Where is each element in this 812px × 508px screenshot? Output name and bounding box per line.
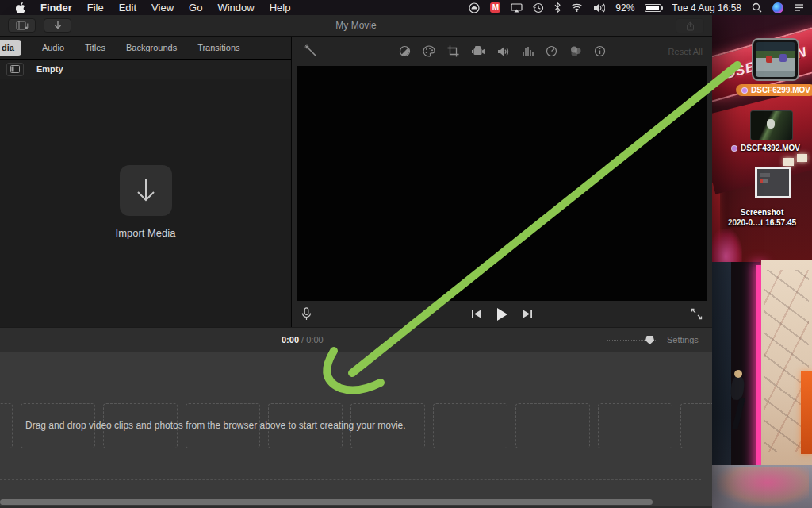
- file-label-dscf6299[interactable]: DSCF6299.MOV: [736, 84, 812, 96]
- info-icon[interactable]: [594, 45, 606, 57]
- color-balance-icon[interactable]: [399, 45, 411, 57]
- menu-edit[interactable]: Edit: [119, 2, 136, 13]
- import-media-label: Import Media: [116, 227, 176, 239]
- menu-go[interactable]: Go: [189, 2, 202, 13]
- wallpaper-doorway-left: [712, 262, 733, 480]
- skip-forward-button[interactable]: [522, 309, 533, 319]
- media-library-icon: [16, 21, 29, 30]
- thumbnail-figure: [779, 54, 787, 62]
- menu-file[interactable]: File: [87, 2, 104, 13]
- sidebar-icon: [10, 65, 20, 73]
- apple-logo-icon: [16, 2, 25, 13]
- thumbnail-detail: [760, 173, 770, 177]
- menu-window[interactable]: Window: [217, 2, 254, 13]
- menubar-clock[interactable]: Tue 4 Aug 16:58: [672, 2, 741, 13]
- color-palette-icon[interactable]: [423, 45, 435, 57]
- tab-my-media-selected[interactable]: dia: [0, 40, 21, 56]
- video-thumbnail[interactable]: [752, 38, 799, 81]
- wallpaper-light: [783, 158, 794, 166]
- file-name-line2: 2020-0…t 16.57.45: [712, 217, 812, 228]
- audio-track-divider: [0, 495, 701, 495]
- siri-icon[interactable]: [772, 2, 783, 13]
- battery-fill: [646, 6, 659, 10]
- noise-eq-bars-icon[interactable]: [522, 46, 534, 57]
- battery-icon[interactable]: [645, 4, 661, 12]
- settings-button[interactable]: Settings: [667, 335, 699, 344]
- window-title: My Movie: [0, 20, 712, 31]
- file-name-line1: Screenshot: [712, 207, 812, 217]
- menu-finder[interactable]: Finder: [40, 2, 72, 13]
- mail-app-icon[interactable]: M: [490, 2, 500, 13]
- tab-transitions[interactable]: Transitions: [197, 43, 239, 52]
- file-name: DSCF6299.MOV: [751, 86, 810, 94]
- volume-menu-icon[interactable]: [593, 3, 605, 13]
- file-name: DSCF4392.MOV: [741, 144, 800, 152]
- time-divider: /: [301, 335, 304, 344]
- volume-icon[interactable]: [497, 46, 510, 57]
- file-label-screenshot[interactable]: Screenshot 2020-0…t 16.57.45: [712, 207, 812, 228]
- viewer-toolbar: Reset All: [292, 37, 712, 66]
- video-thumbnail[interactable]: [750, 110, 793, 140]
- notification-center-icon[interactable]: [794, 3, 804, 12]
- file-label-dscf4392[interactable]: DSCF4392.MOV: [731, 144, 800, 152]
- media-browser-panel: dia Audio Titles Backgrounds Transitions…: [0, 37, 292, 327]
- window-toolbar: My Movie: [0, 15, 712, 37]
- fullscreen-button[interactable]: [691, 308, 703, 320]
- clip-placeholder: [680, 403, 712, 448]
- speed-icon[interactable]: [546, 45, 557, 57]
- import-toolbar-button[interactable]: [44, 18, 71, 33]
- thumbnail-figure: [766, 56, 772, 63]
- bluetooth-icon[interactable]: [554, 2, 561, 13]
- import-media-button[interactable]: [120, 165, 172, 216]
- timeline-header: 0:00 / 0:00 Settings: [0, 327, 712, 352]
- browser-tab-bar: dia Audio Titles Backgrounds Transitions: [0, 37, 291, 60]
- color-filters-icon[interactable]: [569, 45, 582, 57]
- tab-backgrounds[interactable]: Backgrounds: [126, 43, 177, 52]
- wifi-icon[interactable]: [571, 3, 583, 12]
- download-arrow-icon: [53, 21, 63, 30]
- thumbnail-detail: [760, 179, 763, 183]
- desktop-file-dscf4392[interactable]: [750, 110, 793, 140]
- horizontal-scrollbar[interactable]: [0, 499, 653, 505]
- desktop-file-screenshot[interactable]: [755, 167, 791, 198]
- sidebar-toggle-button[interactable]: [6, 63, 24, 76]
- import-arrow-icon: [134, 177, 158, 204]
- tab-audio[interactable]: Audio: [42, 43, 64, 52]
- clip-placeholder: [598, 403, 672, 448]
- thumbnail-figure: [767, 119, 775, 129]
- apple-menu[interactable]: [16, 2, 25, 13]
- timeline-area[interactable]: Drag and drop video clips and photos fro…: [0, 352, 712, 508]
- tab-titles[interactable]: Titles: [85, 43, 105, 52]
- timeline-zoom-slider[interactable]: [607, 334, 656, 345]
- dome-app-icon[interactable]: [469, 2, 480, 13]
- imovie-window: My Movie dia Audio Titles Backgrounds Tr…: [0, 15, 712, 508]
- main-content: dia Audio Titles Backgrounds Transitions…: [0, 37, 712, 327]
- play-button[interactable]: [495, 307, 509, 321]
- time-machine-icon[interactable]: [533, 2, 544, 13]
- battery-nub: [661, 6, 663, 10]
- clip-placeholder: [0, 403, 13, 448]
- browser-empty-area: Import Media: [0, 79, 291, 327]
- battery-percent: 92%: [615, 2, 634, 13]
- menu-bar: Finder File Edit View Go Window Help M: [0, 0, 812, 15]
- wallpaper-floor-reflection: [717, 467, 809, 506]
- stabilization-camera-icon[interactable]: [471, 45, 485, 57]
- wallpaper-orange-door: [801, 371, 812, 454]
- spotlight-icon[interactable]: [752, 2, 762, 13]
- menu-view[interactable]: View: [151, 2, 174, 13]
- reset-all-button[interactable]: Reset All: [668, 47, 703, 56]
- wallpaper-light: [797, 154, 807, 162]
- screenshot-thumbnail[interactable]: [755, 167, 791, 198]
- browser-subheader: Empty: [0, 60, 291, 79]
- desktop-screen: OSEDEMON DSCF6299.MOV DS: [0, 0, 812, 508]
- media-browser-button[interactable]: [8, 18, 36, 33]
- skip-back-button[interactable]: [471, 309, 482, 319]
- desktop-file-dscf6299[interactable]: [752, 38, 799, 81]
- airplay-display-icon[interactable]: [511, 3, 523, 13]
- library-name-label: Empty: [36, 64, 63, 74]
- share-button[interactable]: [676, 18, 704, 33]
- menu-help[interactable]: Help: [270, 2, 291, 13]
- crop-icon[interactable]: [447, 45, 459, 57]
- slider-thumb[interactable]: [645, 336, 654, 344]
- video-preview: [297, 66, 707, 301]
